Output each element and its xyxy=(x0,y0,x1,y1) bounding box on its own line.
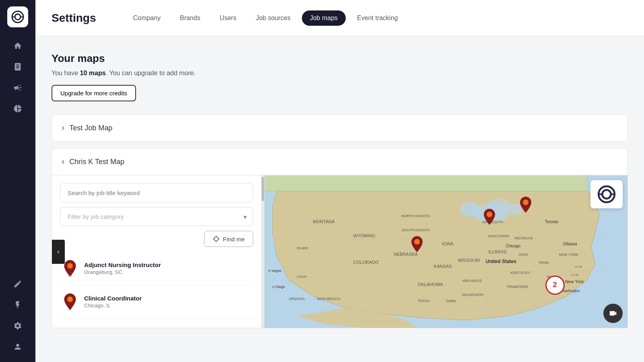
job-list: Adjunct Nursing Instructor Orangeburg, S… xyxy=(60,252,253,320)
tab-company[interactable]: Company xyxy=(125,10,168,26)
maps-count: 10 maps xyxy=(80,70,106,76)
svg-text:TEXAS: TEXAS xyxy=(418,299,430,303)
job-info: Adjunct Nursing Instructor Orangeburg, S… xyxy=(84,261,161,275)
svg-text:TENNESSEE: TENNESSEE xyxy=(506,285,528,289)
svg-point-12 xyxy=(67,296,73,302)
sidebar-item-books[interactable] xyxy=(9,58,27,76)
map-header-chrisk[interactable]: ‹ Chris K Test Map xyxy=(52,148,627,175)
svg-text:MISSISSIPPI: MISSISSIPPI xyxy=(462,293,484,297)
svg-text:IOWA: IOWA xyxy=(442,241,454,246)
sidebar-item-lightning[interactable] xyxy=(9,296,27,314)
svg-point-4 xyxy=(214,237,219,241)
app-logo[interactable] xyxy=(7,6,28,27)
filter-select-wrapper: Filter by job category ▾ xyxy=(60,207,253,226)
svg-text:ILLINOIS: ILLINOIS xyxy=(488,250,506,255)
sidebar-item-campaigns[interactable] xyxy=(9,79,27,97)
svg-text:s Vegas: s Vegas xyxy=(268,269,282,273)
svg-text:WISCONSIN: WISCONSIN xyxy=(488,234,509,238)
svg-text:New York: New York xyxy=(565,279,584,284)
sidebar-item-home[interactable] xyxy=(9,37,27,55)
svg-text:United States: United States xyxy=(485,259,516,264)
sidebar-item-analytics[interactable] xyxy=(9,100,27,117)
video-button[interactable] xyxy=(603,304,623,323)
svg-text:KENTUCKY: KENTUCKY xyxy=(510,271,530,275)
tab-users[interactable]: Users xyxy=(212,10,245,26)
svg-text:ARKANSAS: ARKANSAS xyxy=(462,279,482,283)
find-me-button[interactable]: Find me xyxy=(204,231,253,247)
sidebar xyxy=(0,0,35,362)
crosshair-icon xyxy=(213,235,220,243)
svg-point-10 xyxy=(67,263,73,269)
cluster-count: 2 xyxy=(553,281,557,289)
sidebar-item-user[interactable] xyxy=(9,338,27,356)
svg-text:WYOMING: WYOMING xyxy=(353,233,375,238)
map-item-test: › Test Job Map xyxy=(52,114,628,142)
svg-text:n Diego: n Diego xyxy=(272,285,285,289)
find-me-label: Find me xyxy=(223,236,245,243)
map-pin-oklahoma[interactable] xyxy=(410,235,424,255)
svg-text:ARIZONA: ARIZONA xyxy=(289,297,305,301)
svg-text:OKLAHOMA: OKLAHOMA xyxy=(418,282,443,287)
svg-text:NEW MEXICO: NEW MEXICO xyxy=(317,297,341,301)
map-toggle-button[interactable]: ‹ xyxy=(52,240,65,264)
scroll-track xyxy=(261,175,264,328)
sidebar-item-settings[interactable] xyxy=(9,317,27,335)
chevron-down-icon: ‹ xyxy=(62,156,64,167)
svg-text:MICHIGAN: MICHIGAN xyxy=(514,236,533,240)
map-pin-chicago[interactable] xyxy=(482,208,497,227)
svg-text:OHIO: OHIO xyxy=(518,253,528,257)
map-svg: MONTANA WYOMING COLORADO IDAHO UTAH ARIZ… xyxy=(264,175,627,328)
map-title-test: Test Job Map xyxy=(69,124,112,132)
svg-text:Ottawa: Ottawa xyxy=(563,241,578,246)
scroll-thumb[interactable] xyxy=(262,177,264,201)
svg-point-61 xyxy=(414,239,420,245)
svg-text:PENN: PENN xyxy=(539,261,549,265)
maps-description: You have 10 maps. You can upgrade to add… xyxy=(52,70,628,77)
svg-text:IDAHO: IDAHO xyxy=(297,246,308,250)
svg-point-15 xyxy=(460,202,480,216)
job-title: Clinical Coordinator xyxy=(84,295,142,302)
section-title: Your maps xyxy=(52,52,628,65)
svg-text:NEW YORK: NEW YORK xyxy=(559,253,579,257)
map-header-test[interactable]: › Test Job Map xyxy=(52,115,627,141)
map-pin-toronto[interactable] xyxy=(518,196,533,215)
job-item[interactable]: Adjunct Nursing Instructor Orangeburg, S… xyxy=(60,252,253,285)
map-title-chrisk: Chris K Test Map xyxy=(69,158,124,166)
chevron-right-icon: › xyxy=(62,123,64,133)
svg-text:CT RI: CT RI xyxy=(575,265,582,268)
video-icon xyxy=(609,309,617,318)
map-cluster-badge[interactable]: 2 xyxy=(545,276,565,295)
job-category-filter-select[interactable]: Filter by job category xyxy=(60,207,253,226)
svg-point-62 xyxy=(487,212,492,217)
sidebar-item-edit[interactable] xyxy=(9,275,27,293)
job-location: Orangeburg, SC xyxy=(84,269,161,275)
svg-text:MONTANA: MONTANA xyxy=(313,219,335,224)
tab-job-sources[interactable]: Job sources xyxy=(248,10,298,26)
svg-text:MISSOURI: MISSOURI xyxy=(458,258,480,263)
upgrade-button[interactable]: Upgrade for more credits xyxy=(52,85,136,101)
tab-event-tracking[interactable]: Event tracking xyxy=(349,10,406,26)
map-area: MONTANA WYOMING COLORADO IDAHO UTAH ARIZ… xyxy=(264,175,627,328)
tab-job-maps[interactable]: Job maps xyxy=(302,10,346,26)
tab-brands[interactable]: Brands xyxy=(172,10,208,26)
brand-logo-icon xyxy=(596,184,617,205)
nav-tabs: Company Brands Users Job sources Job map… xyxy=(125,10,406,26)
svg-text:CT RI: CT RI xyxy=(571,274,578,276)
map-sidebar-panel: Filter by job category ▾ Find me xyxy=(52,175,261,328)
map-content-chrisk: Filter by job category ▾ Find me xyxy=(52,175,627,328)
svg-text:COLORADO: COLORADO xyxy=(353,260,378,265)
map-item-chrisk: ‹ Chris K Test Map Filter by job categor… xyxy=(52,148,628,328)
job-location: Chicago, IL xyxy=(84,302,142,309)
svg-text:KANSAS: KANSAS xyxy=(434,264,452,269)
page-title: Settings xyxy=(52,12,96,25)
job-item[interactable]: Clinical Coordinator Chicago, IL xyxy=(60,285,253,319)
content-area: Your maps You have 10 maps. You can upgr… xyxy=(35,36,644,362)
job-title-search-input[interactable] xyxy=(60,183,253,202)
description-suffix: . You can upgrade to add more. xyxy=(106,70,196,76)
job-title: Adjunct Nursing Instructor xyxy=(84,261,161,268)
map-logo-overlay xyxy=(590,180,623,208)
svg-text:UTAH: UTAH xyxy=(297,275,306,279)
svg-text:Dallas: Dallas xyxy=(446,299,456,303)
map-pin-icon xyxy=(63,293,77,311)
svg-point-63 xyxy=(523,200,528,205)
